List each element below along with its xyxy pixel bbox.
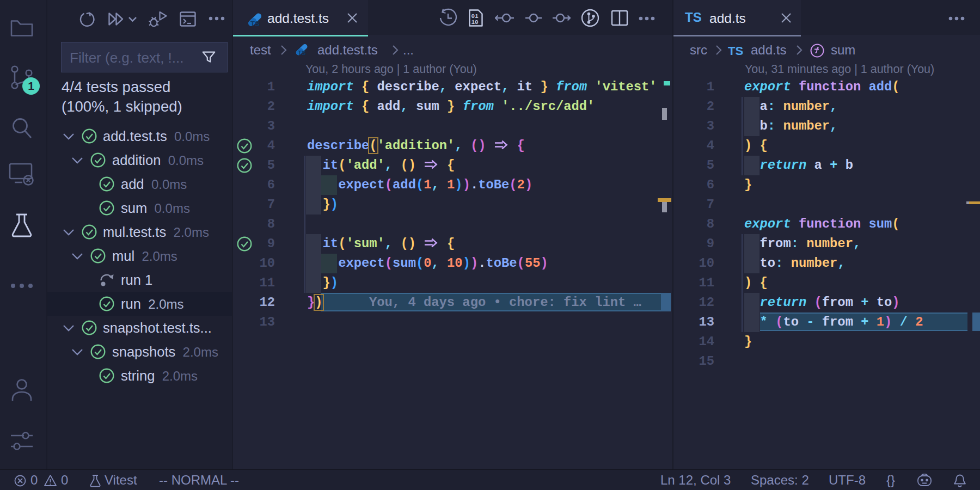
svg-text:10: 10 — [471, 19, 479, 26]
svg-text:TS: TS — [250, 20, 260, 28]
svg-text:TS: TS — [298, 50, 306, 56]
